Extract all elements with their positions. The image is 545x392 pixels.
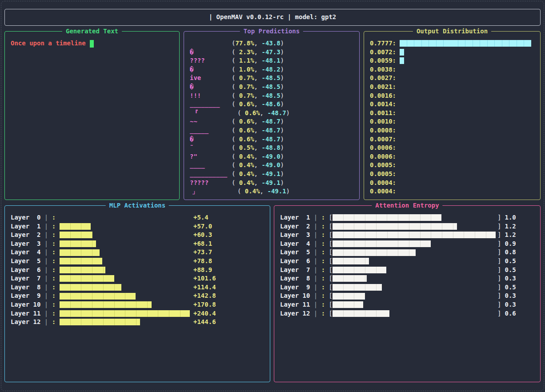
entropy-track bbox=[333, 301, 497, 308]
entropy-value: 0.3 bbox=[505, 300, 516, 309]
mlp-activations-list: Layer 0 | : +5.4Layer 1 | : +57.0Layer 2… bbox=[5, 206, 270, 334]
activation-value: +57.0 bbox=[193, 222, 212, 231]
pipe-separator: | bbox=[40, 266, 52, 275]
prediction-token: � bbox=[190, 83, 232, 92]
entropy-bar bbox=[333, 223, 457, 230]
activation-value: +142.8 bbox=[193, 292, 216, 300]
entropy-track bbox=[333, 284, 497, 291]
prediction-row: ____( 0.4%, -49.0) bbox=[190, 161, 353, 170]
colon-separator: : bbox=[321, 309, 329, 318]
attention-entropy-list: Layer 1 | : []1.0Layer 2 | : []1.2Layer … bbox=[274, 206, 540, 325]
open-bracket: [ bbox=[329, 222, 333, 231]
layer-label: Layer 9 bbox=[11, 292, 40, 300]
prediction-row: ________( 0.6%, -48.6) bbox=[190, 100, 353, 109]
open-bracket: [ bbox=[329, 309, 333, 318]
colon-separator: : bbox=[52, 266, 60, 275]
prediction-percent: 0.6% bbox=[235, 135, 254, 144]
prediction-percent: 0.4% bbox=[241, 187, 260, 196]
pipe-separator: | bbox=[40, 240, 52, 248]
comma-separator: , bbox=[260, 187, 268, 196]
open-paren: ( bbox=[232, 144, 235, 152]
colon-separator: : bbox=[52, 274, 60, 283]
entropy-track bbox=[333, 310, 497, 317]
layer-label: Layer 8 bbox=[280, 274, 310, 283]
prediction-logprob: -49.1 bbox=[267, 187, 286, 196]
prediction-row: �( 0.6%, -48.7) bbox=[190, 135, 353, 144]
attention-layer-row: Layer 6 | : []0.5 bbox=[280, 257, 534, 266]
probability-value: 0.0072: bbox=[370, 48, 400, 57]
layer-label: Layer 2 bbox=[11, 231, 40, 240]
colon-separator: : bbox=[52, 309, 60, 318]
activation-bar bbox=[60, 284, 121, 291]
activation-value: +144.6 bbox=[193, 318, 216, 327]
activation-bar bbox=[60, 223, 91, 230]
pipe-separator: | bbox=[310, 274, 321, 283]
entropy-value: 0.6 bbox=[505, 309, 516, 318]
colon-separator: : bbox=[52, 213, 60, 222]
layer-label: Layer 12 bbox=[11, 318, 40, 327]
prediction-logprob: -48.7 bbox=[261, 126, 280, 135]
probability-value: 0.0016: bbox=[370, 92, 400, 100]
layer-label: Layer 3 bbox=[280, 231, 310, 240]
mlp-layer-row: Layer 9 | : +142.8 bbox=[11, 292, 264, 300]
mlp-layer-row: Layer 10 | : +170.8 bbox=[11, 300, 264, 309]
activation-bar bbox=[60, 293, 136, 300]
close-bracket: ] bbox=[497, 292, 501, 300]
entropy-bar bbox=[333, 284, 382, 291]
colon-separator: : bbox=[52, 292, 60, 300]
prediction-logprob: -48.2 bbox=[261, 65, 280, 74]
pipe-separator: | bbox=[40, 213, 52, 222]
prediction-logprob: -49.0 bbox=[261, 161, 280, 170]
mlp-layer-row: Layer 8 | : +114.4 bbox=[11, 283, 264, 292]
activation-bar bbox=[60, 319, 140, 325]
colon-separator: : bbox=[52, 283, 60, 292]
entropy-track bbox=[333, 293, 497, 300]
close-paren: ) bbox=[281, 161, 284, 170]
entropy-track bbox=[333, 214, 497, 221]
close-paren: ) bbox=[281, 152, 284, 161]
open-paren: ( bbox=[232, 65, 235, 74]
prediction-percent: 0.6% bbox=[241, 109, 260, 118]
open-paren: ( bbox=[232, 48, 235, 57]
comma-separator: , bbox=[254, 65, 262, 74]
open-paren: ( bbox=[237, 109, 241, 118]
distribution-row: 0.0006: bbox=[370, 144, 534, 152]
prediction-token: ive bbox=[190, 74, 232, 83]
comma-separator: , bbox=[254, 83, 262, 92]
open-paren: ( bbox=[232, 135, 235, 144]
prediction-percent: 0.7% bbox=[235, 83, 254, 92]
layer-label: Layer 10 bbox=[280, 292, 310, 300]
close-paren: ) bbox=[281, 135, 284, 144]
prediction-row: ????( 1.1%, -48.1) bbox=[190, 56, 353, 65]
layer-label: Layer 6 bbox=[280, 257, 310, 266]
prediction-percent: 0.6% bbox=[235, 117, 254, 126]
colon-separator: : bbox=[52, 318, 60, 327]
close-bracket: ] bbox=[497, 274, 501, 283]
mlp-layer-row: Layer 11 | : +240.4 bbox=[11, 309, 264, 318]
prediction-token: 『 bbox=[190, 109, 237, 118]
probability-value: 0.0010: bbox=[370, 117, 400, 126]
prediction-token: ________ bbox=[190, 100, 232, 109]
title-bar: | OpenMAV v0.0.12-rc | model: gpt2 bbox=[4, 9, 541, 26]
close-paren: ) bbox=[281, 170, 284, 179]
mlp-layer-row: Layer 5 | : +78.8 bbox=[11, 257, 264, 266]
prediction-logprob: -47.3 bbox=[261, 48, 280, 57]
entropy-bar bbox=[333, 240, 431, 247]
close-paren: ) bbox=[281, 83, 284, 92]
probability-value: 0.0021: bbox=[370, 83, 400, 92]
open-paren: ( bbox=[232, 170, 235, 179]
close-paren: ) bbox=[286, 109, 290, 118]
entropy-bar bbox=[333, 249, 416, 256]
layer-label: Layer 10 bbox=[11, 300, 40, 309]
prediction-row: 」( 0.4%, -49.1) bbox=[190, 187, 353, 196]
close-bracket: ] bbox=[497, 309, 501, 318]
prediction-token: 」 bbox=[190, 187, 237, 196]
mlp-layer-row: Layer 7 | : +101.6 bbox=[11, 274, 264, 283]
prediction-logprob: -48.7 bbox=[261, 135, 280, 144]
prediction-row: �( 0.7%, -48.5) bbox=[190, 83, 353, 92]
open-bracket: [ bbox=[329, 213, 333, 222]
prediction-percent: 0.4% bbox=[235, 161, 254, 170]
colon-separator: : bbox=[321, 283, 329, 292]
colon-separator: : bbox=[321, 274, 329, 283]
probability-value: 0.0007: bbox=[370, 135, 400, 144]
